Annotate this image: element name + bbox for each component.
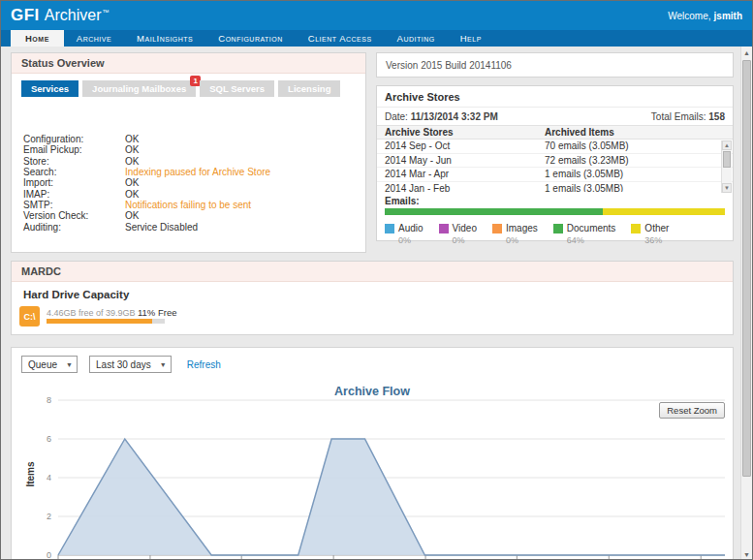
archive-stores-meta: Date: 11/13/2014 3:32 PM Total Emails: 1…: [377, 108, 733, 125]
scroll-down-icon[interactable]: ▼: [741, 548, 752, 560]
legend-pct: 0%: [506, 235, 538, 245]
status-label: Auditing:: [23, 222, 125, 233]
dashboard-content: Status Overview Services Journaling Mail…: [1, 47, 742, 560]
nav-item-home[interactable]: Home: [11, 30, 64, 47]
nav-item-mailinsights[interactable]: MailInsights: [124, 30, 205, 47]
mardc-title: MARDC: [12, 262, 733, 282]
nav-item-configuration[interactable]: Configuration: [205, 30, 296, 47]
status-value: OK: [125, 177, 139, 188]
nav-item-help[interactable]: Help: [448, 30, 494, 47]
tab-journaling-label: Journaling Mailboxes: [92, 83, 186, 94]
top-header: GFI Archiver ™ Welcome,jsmith: [1, 1, 752, 30]
logo-gfi: GFI: [11, 6, 40, 25]
table-scrollbar[interactable]: ▲ ▼: [721, 140, 732, 193]
status-label: Version Check:: [23, 210, 125, 221]
drive-free-text: 11% Free: [138, 307, 176, 318]
date-range-select-value: Last 30 days: [96, 359, 151, 370]
tab-licensing[interactable]: Licensing: [278, 80, 340, 97]
legend-label: Audio: [398, 223, 424, 233]
status-value: OK: [125, 156, 139, 167]
version-text: Version 2015 Build 20141106: [386, 60, 512, 71]
archive-flow-panel: Queue ▼ Last 30 days ▼ Refresh Archive F…: [11, 347, 734, 560]
status-value: OK: [125, 134, 139, 144]
legend-pct: 0%: [453, 235, 477, 245]
table-row: 2014 May - Jun72 emails (3.23MB): [377, 154, 733, 169]
status-row: SMTP:Notifications failing to be sent: [23, 200, 365, 210]
archive-stores-panel: Archive Stores Date: 11/13/2014 3:32 PM …: [376, 85, 734, 241]
table-scroll-thumb[interactable]: [723, 151, 731, 168]
chevron-down-icon: ▼: [66, 361, 73, 368]
archive-stores-title: Archive Stores: [377, 86, 733, 108]
status-value: Service Disabled: [125, 222, 198, 233]
status-row: Version Check:OK: [23, 210, 365, 221]
legend-pct: 36%: [644, 235, 669, 245]
svg-text:0: 0: [47, 550, 51, 560]
nav-item-client-access[interactable]: Client Access: [296, 30, 385, 47]
status-label: IMAP:: [23, 189, 125, 200]
queue-select-value: Queue: [28, 359, 57, 370]
date-range-select[interactable]: Last 30 days ▼: [89, 356, 172, 373]
status-row: Auditing:Service Disabled: [23, 221, 365, 232]
legend-item-other: Other 36%: [631, 223, 669, 245]
legend-pct: 64%: [567, 235, 616, 245]
images-swatch-icon: [492, 224, 502, 233]
page-scrollbar[interactable]: ▲ ▼: [740, 47, 752, 560]
status-overview-panel: Status Overview Services Journaling Mail…: [11, 52, 366, 253]
legend-label: Video: [453, 223, 477, 233]
refresh-link[interactable]: Refresh: [187, 359, 221, 370]
status-label: Configuration:: [23, 134, 125, 144]
tab-services[interactable]: Services: [21, 80, 78, 97]
status-tabs: Services Journaling Mailboxes 1 SQL Serv…: [21, 80, 365, 97]
scroll-up-icon[interactable]: ▲: [741, 47, 752, 59]
tab-sql-servers[interactable]: SQL Servers: [200, 80, 274, 97]
drive-usage-text: 4.46GB free of 39.9GB: [47, 308, 136, 318]
other-swatch-icon: [631, 224, 641, 233]
emails-label: Emails:: [377, 192, 733, 207]
store-name-cell: 2014 Jan - Feb: [385, 183, 545, 192]
status-row: IMAP:OK: [23, 188, 365, 199]
svg-text:8: 8: [47, 395, 51, 405]
welcome-label: Welcome,: [668, 11, 710, 21]
tab-journaling-mailboxes[interactable]: Journaling Mailboxes 1: [82, 80, 196, 97]
page-scroll-thumb[interactable]: [742, 60, 751, 477]
store-name-cell: 2014 Sep - Oct: [385, 140, 545, 151]
store-name-cell: 2014 Mar - Apr: [385, 169, 545, 179]
main-navbar: Home Archive MailInsights Configuration …: [1, 30, 752, 47]
date-value: 11/13/2014 3:32 PM: [411, 111, 498, 122]
video-swatch-icon: [439, 224, 449, 233]
store-name-cell: 2014 May - Jun: [385, 155, 545, 166]
archived-items-cell: 1 emails (3.05MB): [545, 169, 623, 179]
status-label: Email Pickup:: [23, 144, 125, 155]
scroll-down-icon[interactable]: ▼: [722, 183, 732, 193]
archive-flow-chart[interactable]: 02468: [16, 394, 731, 560]
total-emails-value: 158: [708, 111, 725, 122]
status-value: Notifications failing to be sent: [125, 200, 251, 210]
scroll-up-icon[interactable]: ▲: [722, 140, 732, 150]
col-archive-stores: Archive Stores: [385, 127, 545, 138]
drive-capacity-fill: [47, 319, 152, 324]
emails-bar-segment: [385, 208, 603, 215]
table-row: 2014 Jan - Feb1 emails (3.05MB): [377, 182, 733, 193]
table-row: 2014 Sep - Oct70 emails (3.05MB): [377, 140, 733, 154]
legend-label: Other: [644, 223, 669, 233]
nav-item-auditing[interactable]: Auditing: [385, 30, 448, 47]
nav-item-archive[interactable]: Archive: [64, 30, 124, 47]
drive-c-icon: C:\: [19, 306, 40, 327]
queue-select[interactable]: Queue ▼: [21, 356, 78, 373]
total-emails-field: Total Emails: 158: [651, 111, 725, 122]
app-logo: GFI Archiver ™: [11, 6, 110, 25]
hard-drive-capacity-title: Hard Drive Capacity: [23, 289, 733, 300]
welcome-text: Welcome,jsmith: [668, 11, 742, 21]
emails-bar-segment: [603, 208, 725, 215]
status-overview-title: Status Overview: [12, 53, 365, 74]
legend-pct: 0%: [398, 235, 424, 245]
drive-row: C:\ 4.46GB free of 39.9GB 11% Free: [19, 306, 733, 331]
status-row: Import:OK: [23, 177, 365, 188]
emails-distribution-bar: [385, 208, 725, 215]
mardc-panel: MARDC Hard Drive Capacity C:\ 4.46GB fre…: [11, 261, 734, 335]
legend-label: Images: [506, 223, 538, 233]
username-link[interactable]: jsmith: [714, 11, 742, 21]
trademark-symbol: ™: [103, 9, 110, 16]
status-value: OK: [125, 144, 139, 155]
legend-item-video: Video 0%: [439, 223, 477, 245]
